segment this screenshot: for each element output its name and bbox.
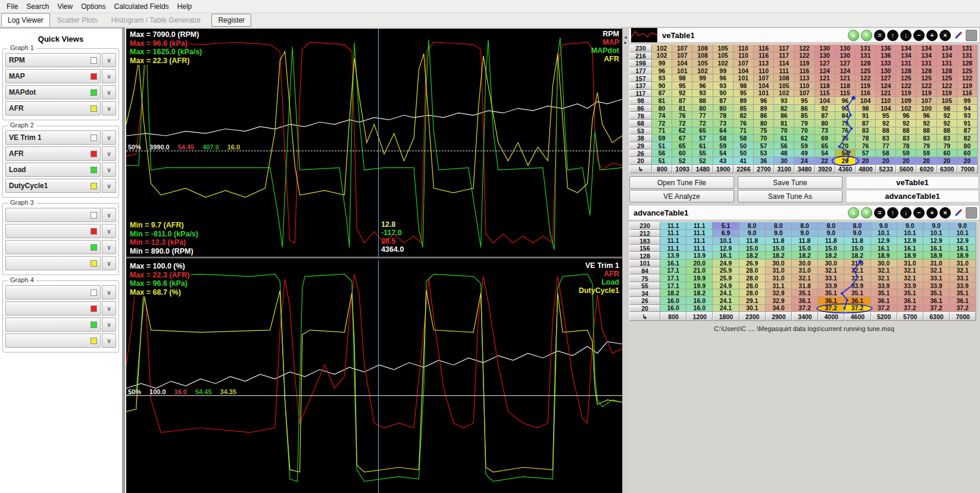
swatch-icon[interactable] <box>966 30 977 41</box>
advance-table-column-header[interactable]: 6300 <box>923 312 950 321</box>
advance-table-cell[interactable]: 32.1 <box>844 267 870 275</box>
series-select-field[interactable] <box>5 256 101 270</box>
advance-table-cell[interactable]: 24.1 <box>713 297 739 305</box>
advance-table-tab[interactable]: advanceTable1 <box>846 190 979 202</box>
ve-table-cell[interactable]: 92 <box>815 105 835 113</box>
ve-table-cell[interactable]: 104 <box>734 67 754 75</box>
ve-table-row-header[interactable]: 29 <box>629 142 652 150</box>
ve-table-cell[interactable]: 134 <box>896 45 916 52</box>
advance-table-cell[interactable]: 24.9 <box>713 282 739 290</box>
ve-table-cell[interactable]: 91 <box>957 120 978 127</box>
ve-table-cell[interactable]: 59 <box>896 149 916 157</box>
advance-table-cell[interactable]: 35.1 <box>844 289 870 297</box>
advance-table-cell[interactable]: 28.0 <box>739 282 766 290</box>
ve-table-row-header[interactable]: 198 <box>629 60 652 67</box>
advance-table-row-header[interactable]: 84 <box>629 267 660 275</box>
ve-table-cell[interactable]: 122 <box>794 52 814 60</box>
ve-table-cell[interactable]: 83 <box>896 135 916 142</box>
ve-table-cell[interactable]: 122 <box>937 82 957 90</box>
ve-table-cell[interactable]: 95 <box>794 97 814 105</box>
advance-table-cell[interactable]: 25.9 <box>713 274 739 282</box>
scroll-value-up-icon[interactable]: ▲ <box>848 207 859 219</box>
ve-table-cell[interactable]: 81 <box>774 120 794 127</box>
ve-table-column-header[interactable]: 1093 <box>672 165 692 174</box>
ve-table-cell[interactable]: 128 <box>856 60 876 67</box>
ve-table-cell[interactable]: 75 <box>835 135 856 142</box>
advance-table-cell[interactable]: 9.0 <box>923 222 950 230</box>
advance-table-cell[interactable]: 37.2 <box>897 305 923 313</box>
tab-log-viewer[interactable]: Log Viewer <box>1 13 50 27</box>
advance-table-cell[interactable]: 9.0 <box>766 230 792 238</box>
ve-table-cell[interactable]: 116 <box>856 90 876 98</box>
ve-table-cell[interactable]: 60 <box>937 149 957 157</box>
ve-table-column-header[interactable]: 4360 <box>835 165 856 174</box>
ve-table-row-header[interactable]: 137 <box>629 82 652 90</box>
edit-pencil-icon[interactable] <box>953 207 964 219</box>
ve-table-cell[interactable]: 108 <box>692 52 713 60</box>
ve-table-cell[interactable]: 20 <box>957 157 978 165</box>
ve-table-column-header[interactable]: 2700 <box>754 165 774 174</box>
ve-analyze-button[interactable]: VE Analyze <box>629 190 734 202</box>
advance-table-cell[interactable]: 12.9 <box>897 237 923 245</box>
advance-table-cell[interactable]: 16.1 <box>871 245 897 252</box>
minus-icon[interactable]: − <box>913 30 925 41</box>
advance-table-column-header[interactable]: 2300 <box>739 312 766 321</box>
advance-table-cell[interactable]: 35.1 <box>923 289 950 297</box>
ve-table-cell[interactable]: 119 <box>957 82 978 90</box>
ve-table-cell[interactable]: 36 <box>754 157 774 165</box>
advance-table-row-header[interactable]: 20 <box>629 305 660 313</box>
ve-table-column-header[interactable]: 3920 <box>815 165 835 174</box>
ve-table-cell[interactable]: 87 <box>957 127 978 135</box>
advance-table-cell[interactable]: 36.1 <box>897 297 923 305</box>
advance-table-cell[interactable]: 18.9 <box>950 252 976 260</box>
advance-table-row-header[interactable]: 156 <box>629 245 660 252</box>
tab-histogram-table-generator[interactable]: Histogram / Table Generator <box>105 13 208 27</box>
ve-table-cell[interactable]: 95 <box>876 112 896 120</box>
advance-table-cell[interactable]: 12.9 <box>713 245 739 252</box>
ve-table-cell[interactable]: 121 <box>876 90 896 98</box>
ve-table-row-header[interactable]: 53 <box>629 127 652 135</box>
ve-table-cell[interactable]: 119 <box>856 82 876 90</box>
advance-table-cell[interactable]: 12.9 <box>950 237 976 245</box>
ve-table-cell[interactable]: 110 <box>734 52 754 60</box>
ve-table-cell[interactable]: 81 <box>672 105 692 113</box>
ve-table-cell[interactable]: 102 <box>652 52 672 60</box>
advance-table-cell[interactable]: 9.0 <box>950 222 976 230</box>
ve-table-cell[interactable]: 125 <box>896 74 916 82</box>
advance-table-cell[interactable]: 16.0 <box>660 305 686 313</box>
ve-table-cell[interactable]: 128 <box>957 60 978 67</box>
ve-table-cell[interactable]: 20 <box>896 157 916 165</box>
ve-table-cell[interactable]: 75 <box>754 127 774 135</box>
advance-table-cell[interactable]: 10.1 <box>923 230 950 238</box>
advance-table-cell[interactable]: 9.0 <box>897 222 923 230</box>
ve-table-cell[interactable]: 86 <box>754 112 774 120</box>
ve-table-column-header[interactable]: 7000 <box>957 165 978 174</box>
advance-table-cell[interactable]: 33.9 <box>923 282 950 290</box>
ve-table-row-header[interactable]: 216 <box>629 52 652 60</box>
advance-table-cell[interactable]: 18.2 <box>844 252 870 260</box>
ve-table-cell[interactable]: 90 <box>713 90 734 98</box>
series-select-field[interactable] <box>5 301 101 316</box>
advance-table-cell[interactable]: 31.0 <box>766 267 792 275</box>
ve-table-cell[interactable]: 77 <box>692 112 713 120</box>
advance-table-cell[interactable]: 35.1 <box>897 289 923 297</box>
ve-table-cell[interactable]: 62 <box>794 135 814 142</box>
ve-table-cell[interactable]: 83 <box>876 135 896 142</box>
ve-table-cell[interactable]: 80 <box>957 142 978 150</box>
advance-table-cell[interactable]: 24.1 <box>713 289 739 297</box>
advance-table-cell[interactable]: 31.0 <box>897 260 923 267</box>
series-select-field[interactable]: RPM <box>5 53 101 67</box>
ve-table-cell[interactable]: 110 <box>754 67 774 75</box>
ve-table-cell[interactable]: 119 <box>794 60 814 67</box>
ve-table-cell[interactable]: 76 <box>856 142 876 150</box>
series-select-field[interactable]: MAP <box>5 69 101 83</box>
advance-table-column-header[interactable]: 3400 <box>792 312 818 321</box>
ve-table-cell[interactable]: 59 <box>713 142 734 150</box>
ve-table-cell[interactable]: 59 <box>794 142 814 150</box>
ve-table-cell[interactable]: 93 <box>957 112 978 120</box>
advance-table-cell[interactable]: 11.8 <box>818 237 844 245</box>
ve-table-cell[interactable]: 88 <box>896 127 916 135</box>
advance-table-cell[interactable]: 18.2 <box>686 289 713 297</box>
ve-table-cell[interactable]: 134 <box>916 52 937 60</box>
ve-table-cell[interactable]: 90 <box>835 105 856 113</box>
